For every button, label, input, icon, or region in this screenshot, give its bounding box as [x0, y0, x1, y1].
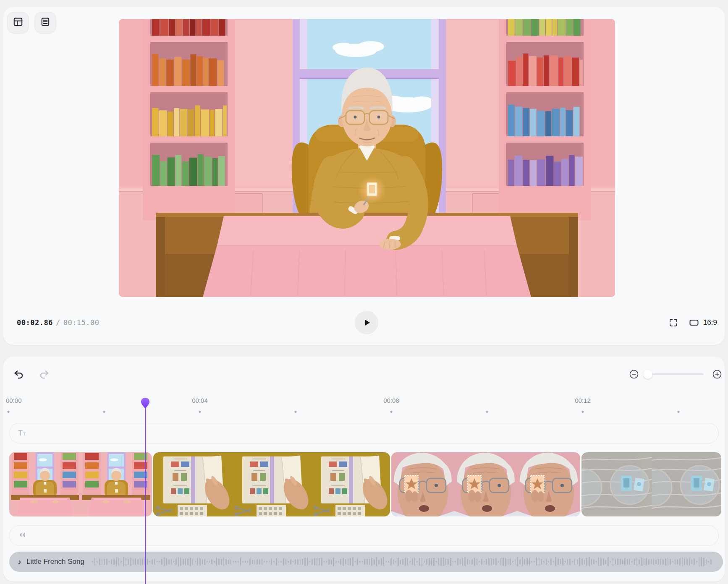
play-button[interactable] [355, 311, 378, 334]
audio-track[interactable] [9, 525, 719, 546]
video-track [3, 452, 725, 516]
ruler-label-8: 00:08 [383, 397, 399, 404]
zoom-in-button[interactable] [712, 370, 722, 379]
clip-wide-shot[interactable] [9, 452, 152, 516]
table-view-icon [13, 16, 24, 29]
fullscreen-icon [669, 318, 678, 327]
timeline-zoom-slider[interactable] [644, 373, 704, 375]
ruler-label-12: 00:12 [575, 397, 591, 404]
aspect-ratio-label: 16:9 [703, 318, 717, 327]
music-note-icon: ♪ [18, 558, 21, 566]
video-preview[interactable] [119, 19, 615, 297]
clip-stamp-album[interactable] [153, 452, 390, 516]
video-editor-app: { "toolbar": { "buttons": [ {"name": "ta… [0, 0, 728, 584]
redo-icon [39, 369, 50, 380]
aspect-ratio-icon [689, 318, 699, 328]
play-icon [363, 318, 372, 327]
clip-eye-closeup[interactable] [581, 452, 721, 516]
table-view-button[interactable] [7, 12, 29, 34]
audio-clip-title: Little French Song [26, 558, 84, 566]
text-track[interactable]: Tт [9, 423, 719, 443]
ruler-tick [582, 411, 584, 413]
undo-icon [13, 369, 24, 380]
ruler-tick [486, 411, 488, 413]
total-duration: 00:15.00 [63, 318, 100, 327]
timeline-ruler[interactable]: 00:00 00:04 00:08 00:12 [3, 395, 725, 415]
timeline-card: 00:00 00:04 00:08 00:12 Tт [3, 357, 725, 581]
zoom-in-icon [712, 370, 722, 379]
zoom-slider-knob[interactable] [643, 370, 652, 379]
playhead-handle[interactable] [141, 397, 150, 411]
undo-button[interactable] [13, 369, 24, 380]
audio-waves-icon [18, 530, 27, 541]
redo-button[interactable] [39, 369, 50, 380]
zoom-out-icon [629, 370, 639, 379]
ruler-tick [103, 411, 105, 413]
timecode: 00:02.86 / 00:15.00 [17, 311, 100, 334]
script-icon [40, 16, 51, 29]
ruler-tick [8, 411, 10, 413]
fullscreen-button[interactable] [669, 318, 678, 327]
ruler-tick [678, 411, 680, 413]
preview-scene-illustration [119, 19, 615, 297]
ruler-tick [199, 411, 201, 413]
ruler-label-4: 00:04 [192, 397, 208, 404]
script-view-button[interactable] [34, 12, 56, 34]
text-track-icon: Tт [18, 429, 26, 438]
player-right-controls: 16:9 [669, 311, 717, 334]
time-divider: / [56, 318, 60, 327]
zoom-out-button[interactable] [629, 370, 639, 379]
audio-waveform [92, 556, 715, 568]
aspect-ratio-control[interactable]: 16:9 [689, 318, 717, 328]
ruler-tick [295, 411, 297, 413]
clip-face-closeup[interactable] [391, 452, 580, 516]
player-card: 00:02.86 / 00:15.00 16:9 [3, 7, 725, 345]
audio-clip[interactable]: ♪ Little French Song [9, 552, 723, 572]
ruler-label-0: 00:00 [6, 397, 22, 404]
ruler-tick [390, 411, 393, 413]
current-time: 00:02.86 [17, 318, 53, 327]
